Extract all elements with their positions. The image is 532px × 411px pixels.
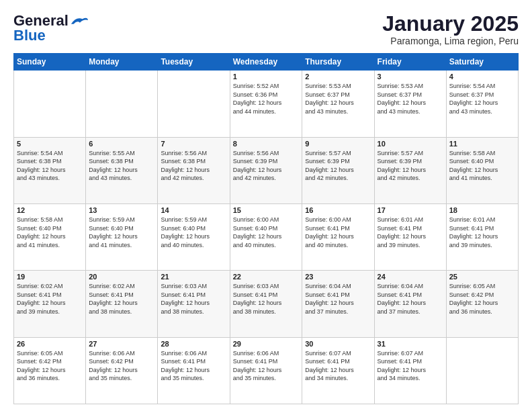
table-row: 7Sunrise: 5:56 AM Sunset: 6:38 PM Daylig…: [158, 137, 230, 203]
day-number: 18: [449, 206, 515, 214]
table-row: [86, 71, 158, 137]
col-friday: Friday: [374, 54, 446, 71]
day-info: Sunrise: 6:07 AM Sunset: 6:41 PM Dayligh…: [378, 349, 443, 383]
table-row: 14Sunrise: 5:59 AM Sunset: 6:40 PM Dayli…: [158, 203, 230, 270]
table-row: 31Sunrise: 6:07 AM Sunset: 6:41 PM Dayli…: [374, 337, 446, 404]
day-number: 1: [233, 73, 300, 81]
day-info: Sunrise: 6:03 AM Sunset: 6:41 PM Dayligh…: [161, 282, 226, 316]
table-row: 17Sunrise: 6:01 AM Sunset: 6:41 PM Dayli…: [374, 203, 446, 270]
table-row: 8Sunrise: 5:56 AM Sunset: 6:39 PM Daylig…: [230, 137, 302, 203]
table-row: 16Sunrise: 6:00 AM Sunset: 6:41 PM Dayli…: [302, 203, 374, 270]
day-info: Sunrise: 6:06 AM Sunset: 6:41 PM Dayligh…: [161, 349, 226, 383]
table-row: 4Sunrise: 5:54 AM Sunset: 6:37 PM Daylig…: [446, 71, 518, 137]
day-number: 23: [305, 273, 371, 281]
day-info: Sunrise: 5:56 AM Sunset: 6:39 PM Dayligh…: [233, 149, 300, 183]
day-info: Sunrise: 5:57 AM Sunset: 6:39 PM Dayligh…: [305, 149, 371, 183]
day-info: Sunrise: 5:58 AM Sunset: 6:40 PM Dayligh…: [449, 149, 515, 183]
day-number: 26: [17, 340, 83, 348]
day-number: 24: [378, 273, 443, 281]
day-info: Sunrise: 5:52 AM Sunset: 6:36 PM Dayligh…: [233, 82, 300, 116]
calendar-table: Sunday Monday Tuesday Wednesday Thursday…: [13, 53, 519, 404]
logo-blue: Blue: [13, 27, 46, 44]
table-row: 10Sunrise: 5:57 AM Sunset: 6:39 PM Dayli…: [374, 137, 446, 203]
day-info: Sunrise: 5:54 AM Sunset: 6:37 PM Dayligh…: [449, 82, 515, 116]
day-number: 30: [305, 340, 371, 348]
page: General Blue January 2025 Paramonga, Lim…: [0, 0, 532, 411]
col-saturday: Saturday: [446, 54, 518, 71]
day-number: 11: [449, 140, 515, 148]
day-number: 25: [449, 273, 515, 281]
table-row: 2Sunrise: 5:53 AM Sunset: 6:37 PM Daylig…: [302, 71, 374, 137]
day-number: 28: [161, 340, 226, 348]
table-row: 30Sunrise: 6:07 AM Sunset: 6:41 PM Dayli…: [302, 337, 374, 404]
day-info: Sunrise: 5:54 AM Sunset: 6:38 PM Dayligh…: [17, 149, 83, 183]
day-info: Sunrise: 5:53 AM Sunset: 6:37 PM Dayligh…: [305, 82, 371, 116]
table-row: 28Sunrise: 6:06 AM Sunset: 6:41 PM Dayli…: [158, 337, 230, 404]
day-number: 22: [233, 273, 300, 281]
day-info: Sunrise: 6:00 AM Sunset: 6:40 PM Dayligh…: [233, 216, 300, 249]
calendar-header-row: Sunday Monday Tuesday Wednesday Thursday…: [14, 54, 519, 71]
table-row: [446, 337, 518, 404]
table-row: 12Sunrise: 5:58 AM Sunset: 6:40 PM Dayli…: [14, 203, 86, 270]
table-row: 13Sunrise: 5:59 AM Sunset: 6:40 PM Dayli…: [86, 203, 158, 270]
col-monday: Monday: [86, 54, 158, 71]
day-info: Sunrise: 5:59 AM Sunset: 6:40 PM Dayligh…: [161, 216, 226, 249]
day-number: 21: [161, 273, 226, 281]
table-row: 22Sunrise: 6:03 AM Sunset: 6:41 PM Dayli…: [230, 271, 302, 337]
day-info: Sunrise: 6:04 AM Sunset: 6:41 PM Dayligh…: [378, 282, 443, 316]
calendar-week-row: 19Sunrise: 6:02 AM Sunset: 6:41 PM Dayli…: [14, 271, 519, 337]
table-row: 15Sunrise: 6:00 AM Sunset: 6:40 PM Dayli…: [230, 203, 302, 270]
day-number: 31: [378, 340, 443, 348]
table-row: 18Sunrise: 6:01 AM Sunset: 6:41 PM Dayli…: [446, 203, 518, 270]
logo-bird-icon: [70, 15, 89, 27]
day-number: 20: [89, 273, 154, 281]
col-thursday: Thursday: [302, 54, 374, 71]
day-info: Sunrise: 6:06 AM Sunset: 6:42 PM Dayligh…: [89, 349, 154, 383]
table-row: 21Sunrise: 6:03 AM Sunset: 6:41 PM Dayli…: [158, 271, 230, 337]
calendar-week-row: 26Sunrise: 6:05 AM Sunset: 6:42 PM Dayli…: [14, 337, 519, 404]
table-row: 11Sunrise: 5:58 AM Sunset: 6:40 PM Dayli…: [446, 137, 518, 203]
day-info: Sunrise: 6:01 AM Sunset: 6:41 PM Dayligh…: [449, 216, 515, 249]
day-number: 6: [89, 140, 154, 148]
day-number: 2: [305, 73, 371, 81]
day-number: 15: [233, 206, 300, 214]
table-row: 20Sunrise: 6:02 AM Sunset: 6:41 PM Dayli…: [86, 271, 158, 337]
col-wednesday: Wednesday: [230, 54, 302, 71]
calendar-week-row: 1Sunrise: 5:52 AM Sunset: 6:36 PM Daylig…: [14, 71, 519, 137]
col-sunday: Sunday: [14, 54, 86, 71]
day-number: 14: [161, 206, 226, 214]
table-row: [158, 71, 230, 137]
table-row: 25Sunrise: 6:05 AM Sunset: 6:42 PM Dayli…: [446, 271, 518, 337]
day-info: Sunrise: 6:05 AM Sunset: 6:42 PM Dayligh…: [449, 282, 515, 316]
day-number: 4: [449, 73, 515, 81]
col-tuesday: Tuesday: [158, 54, 230, 71]
title-block: January 2025 Paramonga, Lima region, Per…: [382, 12, 519, 46]
table-row: [14, 71, 86, 137]
day-number: 8: [233, 140, 300, 148]
location-subtitle: Paramonga, Lima region, Peru: [382, 36, 519, 46]
day-info: Sunrise: 5:58 AM Sunset: 6:40 PM Dayligh…: [17, 216, 83, 249]
header: General Blue January 2025 Paramonga, Lim…: [13, 12, 519, 46]
calendar-week-row: 12Sunrise: 5:58 AM Sunset: 6:40 PM Dayli…: [14, 203, 519, 270]
day-info: Sunrise: 5:55 AM Sunset: 6:38 PM Dayligh…: [89, 149, 154, 183]
table-row: 1Sunrise: 5:52 AM Sunset: 6:36 PM Daylig…: [230, 71, 302, 137]
day-info: Sunrise: 6:05 AM Sunset: 6:42 PM Dayligh…: [17, 349, 83, 383]
table-row: 27Sunrise: 6:06 AM Sunset: 6:42 PM Dayli…: [86, 337, 158, 404]
day-info: Sunrise: 6:02 AM Sunset: 6:41 PM Dayligh…: [17, 282, 83, 316]
day-info: Sunrise: 6:01 AM Sunset: 6:41 PM Dayligh…: [378, 216, 443, 249]
day-info: Sunrise: 5:56 AM Sunset: 6:38 PM Dayligh…: [161, 149, 226, 183]
day-number: 12: [17, 206, 83, 214]
day-number: 19: [17, 273, 83, 281]
table-row: 5Sunrise: 5:54 AM Sunset: 6:38 PM Daylig…: [14, 137, 86, 203]
day-number: 27: [89, 340, 154, 348]
day-number: 13: [89, 206, 154, 214]
table-row: 6Sunrise: 5:55 AM Sunset: 6:38 PM Daylig…: [86, 137, 158, 203]
month-title: January 2025: [382, 12, 519, 36]
day-info: Sunrise: 6:03 AM Sunset: 6:41 PM Dayligh…: [233, 282, 300, 316]
day-info: Sunrise: 5:57 AM Sunset: 6:39 PM Dayligh…: [378, 149, 443, 183]
day-number: 17: [378, 206, 443, 214]
table-row: 19Sunrise: 6:02 AM Sunset: 6:41 PM Dayli…: [14, 271, 86, 337]
day-info: Sunrise: 6:07 AM Sunset: 6:41 PM Dayligh…: [305, 349, 371, 383]
day-number: 3: [378, 73, 443, 81]
table-row: 23Sunrise: 6:04 AM Sunset: 6:41 PM Dayli…: [302, 271, 374, 337]
